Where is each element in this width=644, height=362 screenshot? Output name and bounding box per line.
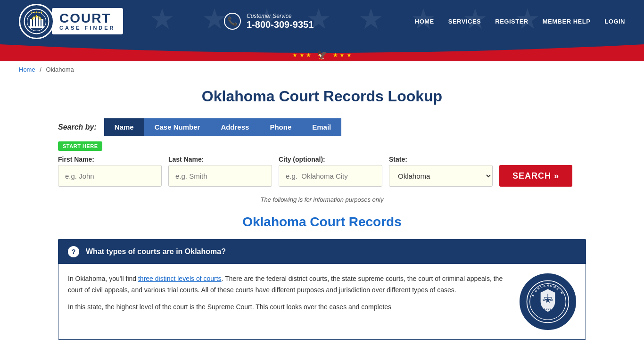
last-name-input[interactable] [168,165,272,187]
first-name-label: First Name: [58,156,162,163]
stars-left: ★ ★ ★ [292,52,311,58]
search-tabs: Name Case Number Address Phone Email [104,118,341,136]
section-title: Oklahoma Court Records [58,214,586,230]
state-select[interactable]: AlabamaAlaskaArizonaArkansasCaliforniaCo… [389,165,493,187]
logo-court: COURT [59,12,111,25]
site-header: ★★★★★ COURT CASE FINDER 📞 [0,0,644,42]
main-content: Oklahoma Court Records Lookup Search by:… [39,78,605,349]
logo-sub: CASE FINDER [59,25,116,31]
cs-text: Customer Service 1-800-309-9351 [247,13,314,30]
tab-case-number[interactable]: Case Number [144,118,211,136]
logo-circle: ★★★★★ [19,4,54,39]
phone-icon: 📞 [224,13,241,30]
city-input[interactable] [279,165,382,187]
logo-area: ★★★★★ COURT CASE FINDER [19,4,123,39]
breadcrumb-home[interactable]: Home [19,66,35,73]
last-name-group: Last Name: [168,156,272,187]
faq-item: ? What types of courts are in Oklahoma? … [58,239,586,340]
state-group: State: AlabamaAlaskaArizonaArkansasCalif… [389,156,493,187]
svg-text:★★★★★: ★★★★★ [31,11,42,14]
faq-paragraph-2: In this state, the highest level of the … [68,302,510,313]
search-by-label: Search by: [58,123,97,132]
nav-member-help[interactable]: MEMBER HELP [543,18,591,25]
eagle-bar: ★ ★ ★ 🦅 ★ ★ ★ [0,44,644,61]
main-nav: HOME SERVICES REGISTER MEMBER HELP LOGIN [415,18,625,25]
search-by-row: Search by: Name Case Number Address Phon… [58,118,586,136]
search-button[interactable]: SEARCH » [499,165,572,187]
first-name-group: First Name: [58,156,162,187]
faq-paragraph-1: In Oklahoma, you'll find three distinct … [68,273,510,296]
search-fields-row: First Name: Last Name: City (optional): … [58,156,586,187]
search-button-label: SEARCH » [512,171,559,181]
city-group: City (optional): [279,156,382,187]
tab-email[interactable]: Email [302,118,341,136]
faq-body-text: In Oklahoma, you'll find three distinct … [68,273,510,318]
start-here-badge: START HERE [58,141,102,151]
info-note: The following is for information purpose… [58,196,586,203]
tab-name[interactable]: Name [104,118,144,136]
tab-address[interactable]: Address [210,118,259,136]
tab-phone[interactable]: Phone [259,118,302,136]
stars-right: ★ ★ ★ [333,52,352,58]
cs-label: Customer Service [247,13,314,19]
oklahoma-seal: ★ OKLAHOMA ★ ★ 1907 [520,273,576,330]
faq-question-icon: ? [68,246,79,257]
nav-services[interactable]: SERVICES [448,18,481,25]
faq-header[interactable]: ? What types of courts are in Oklahoma? [58,239,586,264]
faq-body: In Oklahoma, you'll find three distinct … [58,264,586,339]
nav-home[interactable]: HOME [415,18,434,25]
last-name-label: Last Name: [168,156,272,163]
logo-text-area: COURT CASE FINDER [52,8,123,34]
page-title: Oklahoma Court Records Lookup [58,88,586,105]
breadcrumb-separator: / [40,66,41,73]
cs-number: 1-800-309-9351 [247,19,314,30]
courts-link[interactable]: three distinct levels of courts [138,275,222,282]
svg-rect-7 [41,19,43,26]
first-name-input[interactable] [58,165,162,187]
nav-login[interactable]: LOGIN [604,18,625,25]
state-label: State: [389,156,493,163]
faq-question: What types of courts are in Oklahoma? [86,247,226,256]
breadcrumb: Home / Oklahoma [0,61,644,78]
customer-service: 📞 Customer Service 1-800-309-9351 [224,13,314,30]
city-label: City (optional): [279,156,382,163]
eagle-icon: 🦅 [317,50,327,60]
svg-rect-8 [29,26,44,28]
svg-rect-5 [36,16,38,26]
breadcrumb-current: Oklahoma [46,66,74,73]
eagle-strip-content: ★ ★ ★ 🦅 ★ ★ ★ [292,50,351,60]
svg-text:1907: 1907 [544,307,552,310]
search-section: Search by: Name Case Number Address Phon… [58,118,586,187]
nav-register[interactable]: REGISTER [495,18,528,25]
